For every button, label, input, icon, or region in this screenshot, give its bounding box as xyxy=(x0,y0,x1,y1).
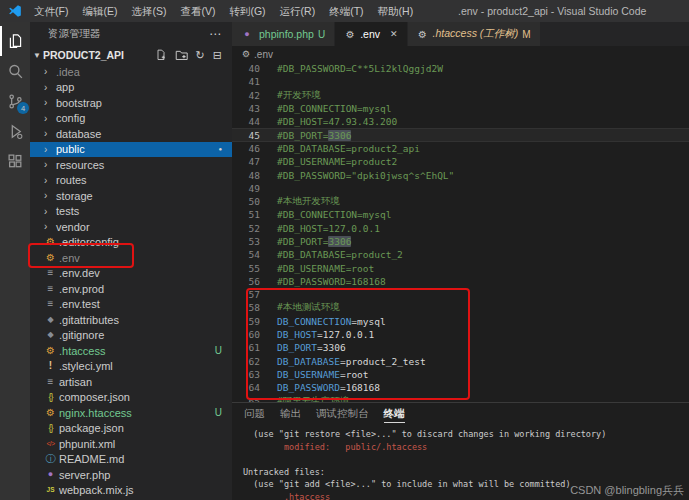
breadcrumb-item[interactable]: .env xyxy=(254,49,273,60)
code-line-50[interactable]: 50#本地开发环境 xyxy=(232,195,689,208)
breadcrumb: ⚙ .env xyxy=(232,46,689,62)
close-icon[interactable]: ✕ xyxy=(390,29,398,39)
item-label: .styleci.yml xyxy=(59,360,113,372)
code-line-57[interactable]: 57 xyxy=(232,288,689,301)
braces-icon: {} xyxy=(44,424,57,433)
menu-item[interactable]: 终端(T) xyxy=(322,5,370,17)
list-icon: ≡ xyxy=(44,299,57,309)
tree-file-server.php[interactable]: ●server.php xyxy=(30,467,232,483)
code-line-56[interactable]: 56#DB_PASSWORD=168168 xyxy=(232,275,689,288)
code-line-45[interactable]: 45#DB_PORT=3306 xyxy=(232,128,689,141)
code-line-59[interactable]: 59DB_CONNECTION=mysql xyxy=(232,315,689,328)
panel-tab-调试控制台[interactable]: 调试控制台 xyxy=(316,406,369,422)
code-line-46[interactable]: 46#DB_DATABASE=product2_api xyxy=(232,142,689,155)
section-actions: ↻ ⊟ xyxy=(155,49,232,61)
tab-.env[interactable]: ⚙.env✕ xyxy=(335,22,407,46)
panel-tab-问题[interactable]: 问题 xyxy=(244,406,265,422)
tree-folder-routes[interactable]: ›routes xyxy=(30,173,232,189)
item-label: artisan xyxy=(59,376,92,388)
tree-file-webpack.mix.js[interactable]: JSwebpack.mix.js xyxy=(30,483,232,499)
code-line-48[interactable]: 48#DB_PASSWORD="dpki0jwsq^s^EhQL" xyxy=(232,168,689,181)
project-section-header[interactable]: ▼ PRODUCT2_API ↻ ⊟ xyxy=(30,46,232,64)
panel-tab-终端[interactable]: 终端 xyxy=(384,406,405,423)
source-control-icon[interactable]: 4 xyxy=(0,86,30,116)
tree-file-README.md[interactable]: ⓘREADME.md xyxy=(30,452,232,468)
tree-folder-resources[interactable]: ›resources xyxy=(30,157,232,173)
panel-tab-输出[interactable]: 输出 xyxy=(280,406,301,422)
code-line-44[interactable]: 44#DB_HOST=47.93.43.200 xyxy=(232,115,689,128)
code-line-40[interactable]: 40#DB_PASSWORD=C**5Li2klQggjd2W xyxy=(232,62,689,75)
tree-file-.editorconfig[interactable]: ⚙.editorconfig xyxy=(30,235,232,251)
tree-file-.gitattributes[interactable]: ◆.gitattributes xyxy=(30,312,232,328)
tab-phpinfo.php[interactable]: ●phpinfo.phpU xyxy=(232,22,335,46)
code-line-43[interactable]: 43#DB_CONNECTION=mysql xyxy=(232,102,689,115)
tree-file-phpunit.xml[interactable]: </>phpunit.xml xyxy=(30,436,232,452)
run-and-debug-icon[interactable] xyxy=(0,116,30,146)
tree-file-.env.test[interactable]: ≡.env.test xyxy=(30,297,232,313)
item-label: .env.dev xyxy=(59,267,100,279)
tree-folder-public[interactable]: ›public● xyxy=(30,142,232,158)
tree-file-nginx.htaccess[interactable]: ⚙nginx.htaccessU xyxy=(30,405,232,421)
code-line-61[interactable]: 61DB_PORT=3306 xyxy=(232,341,689,354)
tree-file-.env.dev[interactable]: ≡.env.dev xyxy=(30,266,232,282)
code-editor[interactable]: 40#DB_PASSWORD=C**5Li2klQggjd2W4142#开发环境… xyxy=(232,62,689,402)
code-line-62[interactable]: 62DB_DATABASE=product_2_test xyxy=(232,355,689,368)
tree-file-.gitignore[interactable]: ◆.gitignore xyxy=(30,328,232,344)
extensions-icon[interactable] xyxy=(0,146,30,176)
refresh-icon[interactable]: ↻ xyxy=(196,50,205,61)
new-file-icon[interactable] xyxy=(155,49,167,61)
tree-folder-app[interactable]: ›app xyxy=(30,80,232,96)
chevron-right-icon: › xyxy=(44,144,56,155)
tree-file-.styleci.yml[interactable]: !.styleci.yml xyxy=(30,359,232,375)
tree-folder-storage[interactable]: ›storage xyxy=(30,188,232,204)
code-line-58[interactable]: 58#本地测试环境 xyxy=(232,301,689,314)
code-line-63[interactable]: 63DB_USERNAME=root xyxy=(232,368,689,381)
code-line-55[interactable]: 55#DB_USERNAME=root xyxy=(232,261,689,274)
tree-file-artisan[interactable]: ≡artisan xyxy=(30,374,232,390)
tree-folder-database[interactable]: ›database xyxy=(30,126,232,142)
activity-bar: 4 xyxy=(0,22,30,500)
code-line-51[interactable]: 51#DB_CONNECTION=mysql xyxy=(232,208,689,221)
code-line-42[interactable]: 42#开发环境 xyxy=(232,89,689,102)
item-label: resources xyxy=(56,159,104,171)
new-folder-icon[interactable] xyxy=(175,49,188,61)
warn-icon: ! xyxy=(44,361,57,371)
line-number: 46 xyxy=(232,143,260,154)
code-line-49[interactable]: 49 xyxy=(232,182,689,195)
menu-item[interactable]: 转到(G) xyxy=(222,5,272,17)
explorer-icon[interactable] xyxy=(0,26,30,56)
tab-.htaccess (工作树)[interactable]: ⚙.htaccess (工作树)M xyxy=(408,22,541,46)
tree-file-composer.json[interactable]: {}composer.json xyxy=(30,390,232,406)
code-line-52[interactable]: 52#DB_HOST=127.0.0.1 xyxy=(232,222,689,235)
code-line-54[interactable]: 54#DB_DATABASE=product_2 xyxy=(232,248,689,261)
code-line-53[interactable]: 53#DB_PORT=3306 xyxy=(232,235,689,248)
code-line-47[interactable]: 47#DB_USERNAME=product2 xyxy=(232,155,689,168)
item-label: storage xyxy=(56,190,93,202)
menu-item[interactable]: 运行(R) xyxy=(273,5,323,17)
tab-label: .htaccess (工作树) xyxy=(433,27,519,41)
tree-file-.env[interactable]: ⚙.env xyxy=(30,250,232,266)
menu-item[interactable]: 编辑(E) xyxy=(75,5,124,17)
code-line-60[interactable]: 60DB_HOST=127.0.0.1 xyxy=(232,328,689,341)
menu-item[interactable]: 文件(F) xyxy=(27,5,75,17)
tree-folder-.idea[interactable]: ›.idea xyxy=(30,64,232,80)
tree-folder-bootstrap[interactable]: ›bootstrap xyxy=(30,95,232,111)
menu-item[interactable]: 选择(S) xyxy=(124,5,173,17)
menu-item[interactable]: 查看(V) xyxy=(173,5,222,17)
tree-file-.htaccess[interactable]: ⚙.htaccessU xyxy=(30,343,232,359)
tree-folder-config[interactable]: ›config xyxy=(30,111,232,127)
code-line-65[interactable]: 65#阿里云生产环境 xyxy=(232,394,689,402)
collapse-folders-icon[interactable]: ⊟ xyxy=(213,50,222,61)
tree-file-.env.prod[interactable]: ≡.env.prod xyxy=(30,281,232,297)
more-actions-icon[interactable]: ⋯ xyxy=(209,27,222,41)
tab-bar: ●phpinfo.phpU⚙.env✕⚙.htaccess (工作树)M xyxy=(232,22,689,46)
search-icon[interactable] xyxy=(0,56,30,86)
item-label: package.json xyxy=(59,422,124,434)
code-line-41[interactable]: 41 xyxy=(232,75,689,88)
line-text: #阿里云生产环境 xyxy=(277,395,349,402)
tree-file-package.json[interactable]: {}package.json xyxy=(30,421,232,437)
tree-folder-tests[interactable]: ›tests xyxy=(30,204,232,220)
code-line-64[interactable]: 64DB_PASSWORD=168168 xyxy=(232,381,689,394)
menu-item[interactable]: 帮助(H) xyxy=(371,5,421,17)
tree-folder-vendor[interactable]: ›vendor xyxy=(30,219,232,235)
